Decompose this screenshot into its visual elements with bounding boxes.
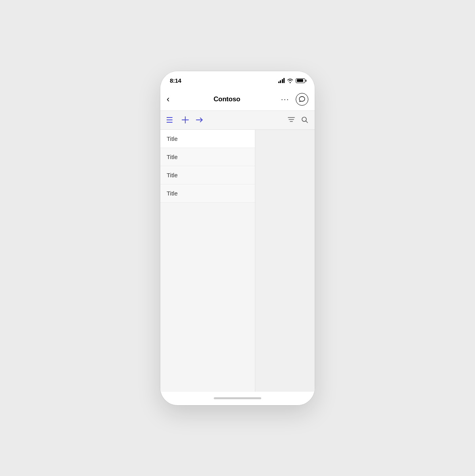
detail-panel [255,130,315,392]
search-button[interactable] [301,116,308,123]
status-bar: 8:14 [160,71,315,89]
list-icon-button[interactable] [167,117,175,123]
wifi-icon [287,78,293,83]
chat-button[interactable] [296,93,308,106]
more-button[interactable]: ··· [281,96,289,103]
list-panel: Title Title Title Title [160,130,255,392]
export-button[interactable] [196,117,204,123]
chat-icon [299,96,305,102]
back-button[interactable]: ‹ [167,93,173,105]
list-item[interactable]: Title [160,130,255,148]
home-indicator [160,392,315,405]
svg-line-10 [306,121,308,123]
toolbar-left [167,116,204,123]
filter-button[interactable] [288,117,295,123]
list-item[interactable]: Title [160,166,255,184]
home-bar [214,397,261,399]
status-icons [278,78,306,83]
nav-actions: ··· [281,93,308,106]
status-time: 8:14 [170,77,181,84]
list-item[interactable]: Title [160,184,255,203]
toolbar [160,111,315,130]
toolbar-right [288,116,308,123]
nav-title: Contoso [213,95,240,103]
content-area: Title Title Title Title [160,130,315,392]
nav-bar: ‹ Contoso ··· [160,89,315,111]
list-item[interactable]: Title [160,148,255,166]
signal-icon [278,78,285,83]
phone-frame: 8:14 ‹ Contoso ··· [160,71,315,405]
battery-icon [296,78,305,83]
add-button[interactable] [182,116,189,123]
